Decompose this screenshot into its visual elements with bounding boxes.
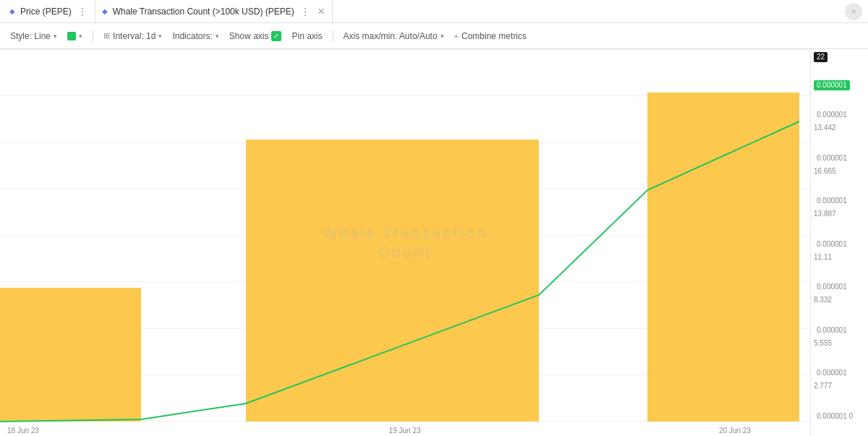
indicators-chevron: ▾ <box>216 33 219 40</box>
y-label-22: 22 <box>814 52 827 62</box>
indicators-label: Indicators: <box>172 31 212 41</box>
settings-icon[interactable]: ○ <box>845 3 862 20</box>
interval-chevron: ▾ <box>158 33 162 40</box>
show-axis-checkbox[interactable]: ✓ <box>271 31 281 41</box>
indicators-selector[interactable]: Indicators: ▾ <box>169 30 221 43</box>
tab-whale-label: Whale Transaction Count (>100k USD) (PEP… <box>113 7 294 17</box>
axis-minmax-selector[interactable]: Axis max/min: Auto/Auto ▾ <box>341 30 447 43</box>
combine-btn[interactable]: + Combine metrics <box>451 30 529 43</box>
tab-whale-close[interactable]: ✕ <box>316 7 326 17</box>
axis-minmax-chevron: ▾ <box>441 33 444 40</box>
show-axis-toggle[interactable]: Show axis ✓ <box>226 30 285 43</box>
y-label-13887: 0.000001 13.887 <box>814 197 847 218</box>
y-label-16665: 0.000001 16.665 <box>814 154 847 175</box>
sep2 <box>333 30 333 43</box>
combine-label: Combine metrics <box>461 31 527 41</box>
x-label-20jun: 20 Jun 23 <box>719 427 751 435</box>
interval-selector[interactable]: ⊞ Interval: 1d ▾ <box>101 30 165 43</box>
tab-whale[interactable]: ◆ Whale Transaction Count (>100k USD) (P… <box>95 0 333 22</box>
x-label-18jun: 18 Jun 23 <box>7 427 39 435</box>
tab-price-label: Price (PEPE) <box>20 7 72 17</box>
pin-axis-label: Pin axis <box>292 31 322 41</box>
y-label-2777: 0.000001 2.777 <box>814 369 847 390</box>
y-label-5555: 0.000001 5.555 <box>814 326 847 347</box>
bar-1 <box>0 288 141 422</box>
eth-icon-price: ◆ <box>9 7 16 17</box>
show-axis-label: Show axis <box>229 31 269 41</box>
plus-icon: + <box>454 32 459 40</box>
y-label-13442: 0.000001 13.442 <box>814 111 847 132</box>
chart-main[interactable]: Whale Transaction Count 18 Jun 23 19 Jun… <box>0 49 810 436</box>
style-chevron: ▾ <box>54 33 57 40</box>
color-box <box>67 32 76 40</box>
grid-line <box>0 49 810 50</box>
pin-axis-toggle[interactable]: Pin axis <box>289 30 325 43</box>
color-chevron: ▾ <box>79 33 82 40</box>
y-label-8332: 0.000001 8.332 <box>814 283 847 304</box>
sep1 <box>93 30 93 43</box>
toolbar: Style: Line ▾ ▾ ⊞ Interval: 1d ▾ Indicat… <box>0 23 868 49</box>
interval-icon: ⊞ <box>103 31 110 40</box>
color-selector[interactable]: ▾ <box>64 30 85 42</box>
x-label-19jun: 19 Jun 23 <box>389 427 421 435</box>
eth-icon-whale: ◆ <box>101 7 109 17</box>
tab-price-menu[interactable]: ⋮ <box>76 6 89 17</box>
x-axis: 18 Jun 23 19 Jun 23 20 Jun 23 <box>0 422 810 436</box>
axis-minmax-label: Axis max/min: Auto/Auto <box>344 31 438 41</box>
bar-3 <box>647 93 799 422</box>
style-selector[interactable]: Style: Line ▾ <box>7 30 60 43</box>
interval-label: Interval: 1d <box>113 31 156 41</box>
y-label-0: 0.000001 0 <box>814 412 853 420</box>
y-axis: 22 0.000001 0.000001 13.442 0.000001 16.… <box>810 49 868 436</box>
y-label-current: 0.000001 <box>814 80 850 90</box>
tab-whale-menu[interactable]: ⋮ <box>299 6 312 17</box>
style-label: Style: Line <box>10 31 51 41</box>
tab-bar: ◆ Price (PEPE) ⋮ ◆ Whale Transaction Cou… <box>0 0 868 23</box>
tab-price[interactable]: ◆ Price (PEPE) ⋮ <box>3 0 95 22</box>
chart-area: Whale Transaction Count 18 Jun 23 19 Jun… <box>0 49 868 436</box>
bar-2 <box>246 140 539 422</box>
y-label-1111: 0.000001 11.11 <box>814 240 847 261</box>
